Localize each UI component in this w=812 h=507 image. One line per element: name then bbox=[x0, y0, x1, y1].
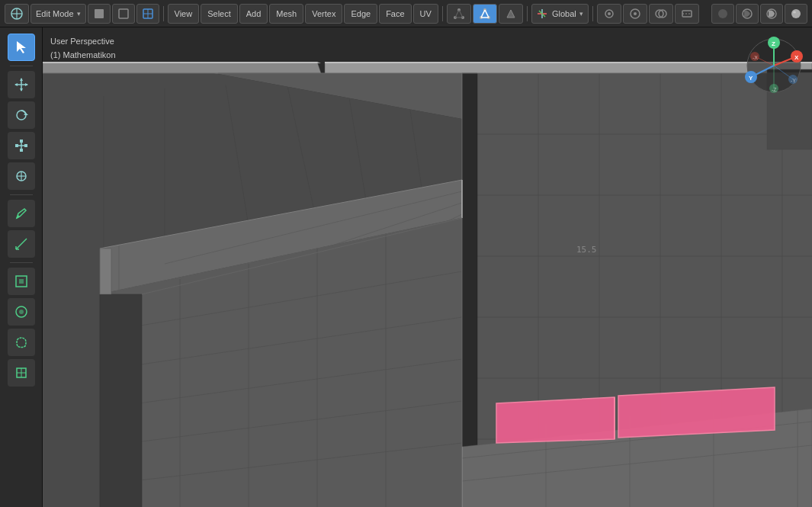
tool-measure[interactable] bbox=[8, 230, 35, 258]
tool-sep-2 bbox=[10, 194, 33, 195]
mode-dropdown[interactable]: Edit Mode ▾ bbox=[30, 4, 86, 24]
view-menu[interactable]: View bbox=[168, 4, 200, 24]
svg-rect-70 bbox=[43, 27, 812, 62]
mesh-menu[interactable]: Mesh bbox=[269, 4, 303, 24]
sep-3 bbox=[527, 6, 528, 21]
proportional-icon[interactable] bbox=[623, 4, 647, 24]
viewport-object-name: (1) Mathematikon bbox=[50, 49, 116, 63]
tool-move[interactable] bbox=[8, 71, 35, 98]
svg-rect-4 bbox=[119, 9, 128, 18]
svg-line-12 bbox=[459, 10, 463, 18]
shading-mode-1[interactable] bbox=[711, 4, 734, 24]
sep-2 bbox=[442, 6, 443, 21]
svg-marker-40 bbox=[20, 78, 23, 81]
select-menu[interactable]: Select bbox=[201, 4, 238, 24]
tool-lasso[interactable] bbox=[8, 329, 35, 356]
svg-text:-Y: -Y bbox=[791, 78, 796, 83]
tool-circle[interactable] bbox=[8, 298, 35, 326]
svg-line-18 bbox=[485, 10, 489, 18]
select-face-mode[interactable] bbox=[499, 4, 523, 24]
svg-marker-41 bbox=[20, 88, 23, 91]
svg-text:15.5: 15.5 bbox=[576, 245, 597, 255]
svg-text:-Z: -Z bbox=[772, 87, 777, 92]
sep-4 bbox=[592, 6, 593, 21]
tool-annotate[interactable] bbox=[8, 200, 35, 227]
snap-icon[interactable] bbox=[597, 4, 621, 24]
sep-1 bbox=[163, 6, 164, 21]
tool-select[interactable] bbox=[8, 34, 35, 61]
svg-marker-20 bbox=[507, 10, 515, 18]
overlay-icon[interactable] bbox=[649, 4, 673, 24]
transform-dropdown[interactable]: Global ▾ bbox=[531, 4, 589, 24]
svg-marker-72 bbox=[325, 62, 812, 63]
tool-sep-1 bbox=[10, 66, 33, 66]
select-edge-mode[interactable] bbox=[473, 4, 497, 24]
svg-point-25 bbox=[608, 12, 611, 15]
svg-marker-45 bbox=[24, 113, 28, 115]
svg-marker-37 bbox=[17, 41, 26, 53]
view-icon-solid[interactable] bbox=[88, 4, 111, 24]
svg-rect-51 bbox=[20, 149, 23, 152]
mode-chevron: ▾ bbox=[77, 10, 81, 18]
tool-sep-3 bbox=[10, 262, 33, 263]
viewport-label: User Perspective (1) Mathematikon bbox=[50, 35, 116, 62]
svg-rect-48 bbox=[15, 144, 18, 147]
viewport[interactable]: 15.5 User Perspective (1) Mathematikon X… bbox=[43, 27, 812, 507]
svg-marker-131 bbox=[100, 249, 111, 294]
svg-marker-130 bbox=[100, 294, 142, 507]
add-menu[interactable]: Add bbox=[239, 4, 268, 24]
svg-line-17 bbox=[481, 10, 485, 18]
tool-box[interactable] bbox=[8, 268, 35, 295]
tool-scale[interactable] bbox=[8, 132, 35, 159]
viewport-perspective: User Perspective bbox=[50, 35, 116, 49]
svg-text:Z: Z bbox=[772, 40, 775, 47]
svg-line-56 bbox=[16, 239, 27, 249]
svg-text:Y: Y bbox=[749, 75, 753, 82]
shading-mode-3[interactable] bbox=[760, 4, 783, 24]
select-vertex-mode[interactable] bbox=[447, 4, 471, 24]
svg-rect-50 bbox=[20, 140, 23, 143]
view-icon-active[interactable] bbox=[136, 4, 159, 24]
svg-rect-60 bbox=[19, 279, 24, 284]
svg-point-27 bbox=[634, 12, 637, 15]
svg-marker-118 bbox=[496, 397, 615, 443]
svg-point-62 bbox=[19, 310, 24, 314]
svg-rect-49 bbox=[24, 144, 27, 147]
svg-marker-71 bbox=[43, 62, 321, 63]
svg-point-36 bbox=[793, 11, 796, 13]
left-toolbar bbox=[0, 27, 43, 507]
tool-rotate[interactable] bbox=[8, 101, 35, 129]
navigation-gizmo[interactable]: X -X Z -Z Y -Y bbox=[743, 35, 804, 96]
3d-scene: 15.5 bbox=[43, 27, 812, 507]
tool-lattice[interactable] bbox=[8, 359, 35, 387]
toolbar-icon-1[interactable] bbox=[5, 4, 29, 24]
mode-label: Edit Mode bbox=[36, 9, 74, 18]
tool-transform[interactable] bbox=[8, 162, 35, 190]
svg-text:-X: -X bbox=[753, 55, 758, 60]
svg-marker-110 bbox=[462, 73, 477, 507]
svg-marker-43 bbox=[25, 83, 28, 86]
vertex-menu[interactable]: Vertex bbox=[305, 4, 342, 24]
top-toolbar: Edit Mode ▾ View Select Add Mesh Vertex … bbox=[0, 0, 812, 27]
svg-line-11 bbox=[455, 10, 459, 18]
uv-menu[interactable]: UV bbox=[413, 4, 438, 24]
view-icon-wire[interactable] bbox=[112, 4, 135, 24]
shading-mode-4[interactable] bbox=[785, 4, 807, 24]
svg-point-35 bbox=[791, 9, 801, 18]
face-menu[interactable]: Face bbox=[379, 4, 411, 24]
svg-rect-3 bbox=[95, 9, 104, 18]
xray-icon[interactable] bbox=[675, 4, 699, 24]
svg-text:X: X bbox=[794, 54, 799, 61]
svg-point-32 bbox=[718, 9, 727, 18]
edge-menu[interactable]: Edge bbox=[344, 4, 377, 24]
svg-marker-42 bbox=[14, 83, 18, 86]
svg-marker-119 bbox=[618, 387, 775, 438]
shading-mode-2[interactable] bbox=[736, 4, 759, 24]
